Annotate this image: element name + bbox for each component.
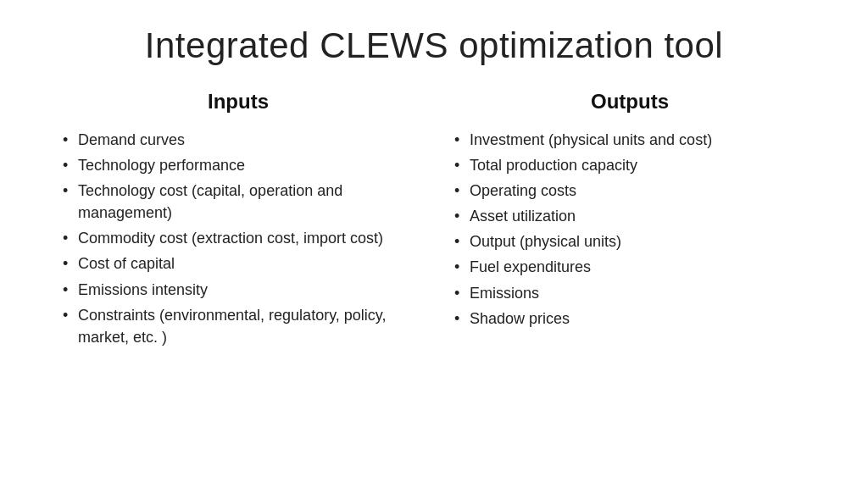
list-item: Shadow prices — [451, 308, 809, 330]
list-item: Demand curves — [59, 129, 417, 151]
list-item: Technology performance — [59, 154, 417, 176]
inputs-list: Demand curves Technology performance Tec… — [59, 129, 417, 352]
list-item: Emissions — [451, 282, 809, 304]
list-item: Asset utilization — [451, 205, 809, 227]
list-item: Output (physical units) — [451, 230, 809, 252]
list-item: Cost of capital — [59, 252, 417, 274]
list-item: Fuel expenditures — [451, 256, 809, 278]
inputs-column: Inputs Demand curves Technology performa… — [42, 90, 434, 463]
outputs-column: Outputs Investment (physical units and c… — [434, 90, 826, 463]
slide-title: Integrated CLEWS optimization tool — [145, 25, 723, 66]
list-item: Total production capacity — [451, 154, 809, 176]
inputs-heading: Inputs — [59, 90, 417, 114]
list-item: Investment (physical units and cost) — [451, 129, 809, 151]
list-item: Technology cost (capital, operation and … — [59, 180, 417, 224]
columns-container: Inputs Demand curves Technology performa… — [42, 90, 826, 463]
list-item: Operating costs — [451, 180, 809, 202]
outputs-list: Investment (physical units and cost) Tot… — [451, 129, 809, 333]
list-item: Constraints (environmental, regulatory, … — [59, 304, 417, 348]
slide: Integrated CLEWS optimization tool Input… — [0, 0, 868, 488]
outputs-heading: Outputs — [451, 90, 809, 114]
list-item: Commodity cost (extraction cost, import … — [59, 227, 417, 249]
list-item: Emissions intensity — [59, 279, 417, 301]
